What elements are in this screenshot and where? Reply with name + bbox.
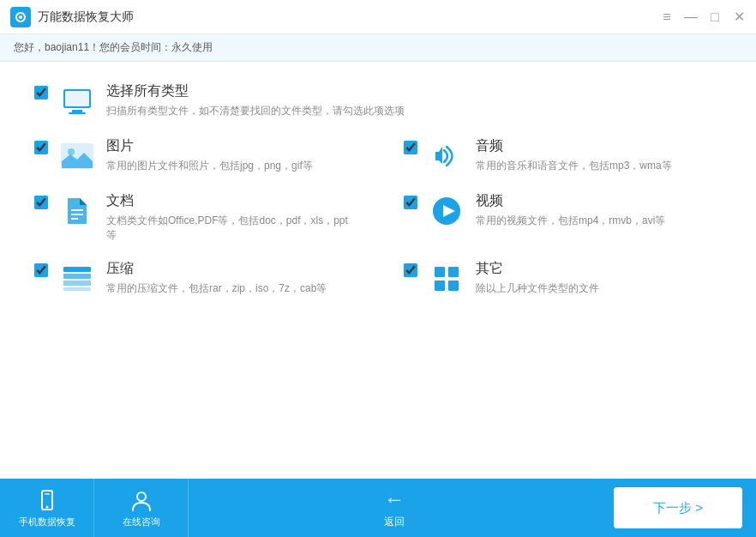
file-type-desc-archive: 常用的压缩文件，包括rar，zip，iso，7z，cab等 xyxy=(106,281,352,296)
close-button[interactable]: ✕ xyxy=(732,10,746,24)
file-type-name-other: 其它 xyxy=(476,260,722,278)
file-type-info-image: 图片 常用的图片文件和照片，包括jpg，png，gif等 xyxy=(106,137,352,173)
file-type-info-archive: 压缩 常用的压缩文件，包括rar，zip，iso，7z，cab等 xyxy=(106,260,352,296)
user-info: 您好，baojian11！您的会员时间：永久使用 xyxy=(14,40,213,55)
svg-rect-22 xyxy=(45,493,50,495)
back-button[interactable]: ← 返回 xyxy=(189,479,600,537)
file-type-info-document: 文档 文档类文件如Office,PDF等，包括doc，pdf，xls，ppt等 xyxy=(106,192,352,243)
file-type-info-video: 视频 常用的视频文件，包括mp4，rmvb，avi等 xyxy=(476,192,722,228)
svg-rect-2 xyxy=(65,91,89,106)
icon-document xyxy=(58,192,96,230)
icon-video xyxy=(428,192,465,230)
file-type-desc-other: 除以上几种文件类型的文件 xyxy=(476,281,722,296)
next-button[interactable]: 下一步 > xyxy=(614,487,742,528)
svg-rect-13 xyxy=(63,274,91,279)
file-type-desc-image: 常用的图片文件和照片，包括jpg，png，gif等 xyxy=(106,159,352,173)
file-type-video: 视频 常用的视频文件，包括mp4，rmvb，avi等 xyxy=(404,192,722,243)
window-controls: ≡ — □ ✕ xyxy=(660,10,746,24)
app-title: 万能数据恢复大师 xyxy=(38,9,660,25)
file-type-desc-audio: 常用的音乐和语音文件，包括mp3，wma等 xyxy=(476,159,722,173)
minimize-button[interactable]: — xyxy=(684,10,698,24)
icon-image xyxy=(58,137,96,175)
svg-rect-4 xyxy=(69,112,86,114)
file-type-desc-document: 文档类文件如Office,PDF等，包括doc，pdf，xls，ppt等 xyxy=(106,214,352,243)
file-types-grid: 选择所有类型 扫描所有类型文件，如不清楚要找回的文件类型，请勾选此项选项 图片 … xyxy=(34,82,722,298)
file-type-name-video: 视频 xyxy=(476,192,722,210)
subtitle-bar: 您好，baojian11！您的会员时间：永久使用 xyxy=(0,34,756,62)
title-bar: 万能数据恢复大师 ≡ — □ ✕ xyxy=(0,0,756,34)
svg-point-0 xyxy=(19,15,22,19)
back-arrow-icon: ← xyxy=(384,487,405,511)
file-type-image: 图片 常用的图片文件和照片，包括jpg，png，gif等 xyxy=(34,137,352,175)
file-type-info-other: 其它 除以上几种文件类型的文件 xyxy=(476,260,722,296)
nav-phone-recovery[interactable]: 手机数据恢复 xyxy=(0,479,94,537)
checkbox-video[interactable] xyxy=(404,196,417,213)
svg-rect-18 xyxy=(435,281,445,291)
main-content: 选择所有类型 扫描所有类型文件，如不清楚要找回的文件类型，请勾选此项选项 图片 … xyxy=(0,62,756,479)
file-type-name-audio: 音频 xyxy=(476,137,722,155)
file-type-name-all: 选择所有类型 xyxy=(106,82,722,100)
nav-consult-label: 在线咨询 xyxy=(123,516,160,528)
checkbox-archive[interactable] xyxy=(34,263,48,281)
bottom-bar: 手机数据恢复 在线咨询 ← 返回 下一步 > xyxy=(0,479,756,537)
svg-rect-17 xyxy=(448,267,459,277)
svg-rect-12 xyxy=(63,267,91,272)
file-type-name-document: 文档 xyxy=(106,192,352,210)
svg-rect-16 xyxy=(435,267,445,277)
user-icon xyxy=(129,488,153,512)
svg-rect-3 xyxy=(72,110,82,112)
phone-icon xyxy=(35,488,59,512)
nav-phone-label: 手机数据恢复 xyxy=(19,516,75,528)
checkbox-document[interactable] xyxy=(34,196,48,213)
file-type-desc-all: 扫描所有类型文件，如不清楚要找回的文件类型，请勾选此项选项 xyxy=(106,104,722,118)
file-type-name-archive: 压缩 xyxy=(106,260,352,278)
file-type-desc-video: 常用的视频文件，包括mp4，rmvb，avi等 xyxy=(476,214,722,228)
icon-other xyxy=(428,260,465,298)
checkbox-all[interactable] xyxy=(34,86,48,103)
checkbox-audio[interactable] xyxy=(404,141,417,158)
file-type-name-image: 图片 xyxy=(106,137,352,155)
file-type-archive: 压缩 常用的压缩文件，包括rar，zip，iso，7z，cab等 xyxy=(34,260,352,298)
file-type-audio: 音频 常用的音乐和语音文件，包括mp3，wma等 xyxy=(404,137,722,175)
svg-point-21 xyxy=(45,505,48,508)
file-type-info-audio: 音频 常用的音乐和语音文件，包括mp3，wma等 xyxy=(476,137,722,173)
file-type-document: 文档 文档类文件如Office,PDF等，包括doc，pdf，xls，ppt等 xyxy=(34,192,352,243)
svg-rect-15 xyxy=(63,287,91,291)
icon-monitor xyxy=(58,82,96,120)
app-logo xyxy=(10,7,31,27)
svg-point-23 xyxy=(137,492,146,501)
svg-rect-14 xyxy=(63,281,91,286)
nav-online-consult[interactable]: 在线咨询 xyxy=(94,479,189,537)
file-type-all: 选择所有类型 扫描所有类型文件，如不清楚要找回的文件类型，请勾选此项选项 xyxy=(34,82,722,120)
icon-archive xyxy=(58,260,96,298)
icon-audio xyxy=(428,137,465,175)
next-button-label: 下一步 > xyxy=(653,500,703,516)
svg-point-6 xyxy=(68,148,75,155)
file-type-other: 其它 除以上几种文件类型的文件 xyxy=(404,260,722,298)
maximize-button[interactable]: □ xyxy=(708,10,722,24)
back-label: 返回 xyxy=(384,515,405,529)
menu-button[interactable]: ≡ xyxy=(660,10,674,24)
file-type-info-all: 选择所有类型 扫描所有类型文件，如不清楚要找回的文件类型，请勾选此项选项 xyxy=(106,82,722,118)
checkbox-image[interactable] xyxy=(34,141,48,158)
checkbox-other[interactable] xyxy=(404,263,417,281)
svg-rect-19 xyxy=(448,281,459,291)
